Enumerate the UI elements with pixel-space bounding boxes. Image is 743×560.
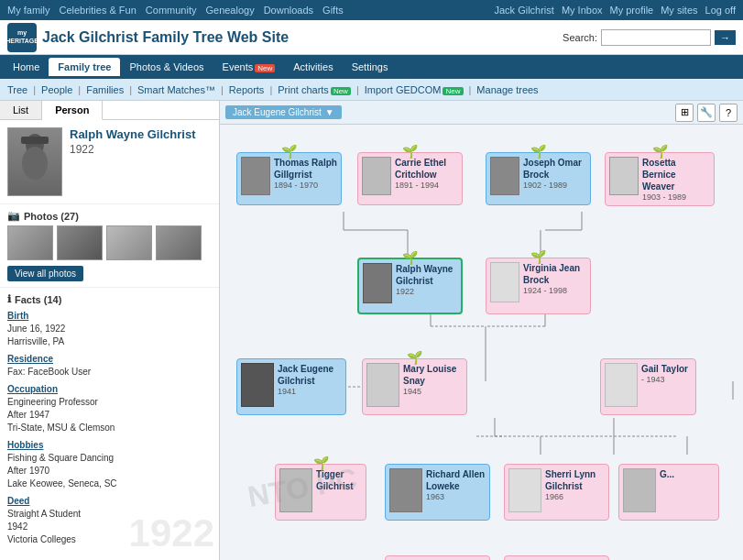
nav-inbox[interactable]: My Inbox [562,5,603,16]
card-rachel[interactable]: Rachel Erin Loweke 1996 [385,555,490,560]
tab-person[interactable]: Person [42,101,103,120]
name-jack: Jack Eugene Gilchrist [278,363,342,387]
photo-jack [241,363,274,407]
subnav-tree[interactable]: Tree [7,84,27,95]
person-main-photo [7,127,62,196]
tab-settings[interactable]: Settings [343,58,398,76]
info-richard: Richard Allen Loweke 1963 [426,468,486,501]
card-rosetta[interactable]: 🌱 Rosetta Bernice Weaver 1903 - 1989 [605,152,715,206]
content-area: List Person Ralph Wayne Gilchrist 1922 📷… [0,101,743,560]
photo-tigger [279,468,312,512]
card-tigger[interactable]: 🌱 Tigger Gilchrist [275,464,366,521]
info-gail: Gail Taylor - 1943 [641,363,688,384]
photo-thumb-1[interactable] [7,225,53,260]
fact-deed-label[interactable]: Deed [7,496,212,506]
subnav-printcharts[interactable]: Print chartsNew [278,84,351,95]
photo-ralph [363,263,392,303]
card-virginia[interactable]: 🌱 Virginia Jean Brock 1924 - 1998 [486,258,591,314]
tab-list[interactable]: List [0,101,42,119]
photos-section: 📷 Photos (27) View all photos [0,203,219,287]
card-jack[interactable]: Jack Eugene Gilchrist 1941 [236,358,346,415]
search-label: Search: [563,32,597,43]
subnav-reports[interactable]: Reports [229,84,265,95]
photo-virginia [490,262,519,302]
nav-genealogy[interactable]: Genealogy [205,5,254,16]
fact-occupation-label[interactable]: Occupation [7,384,212,394]
subnav-families[interactable]: Families [86,84,124,95]
breadcrumb-button[interactable]: Jack Eugene Gilchrist ▼ [225,105,342,119]
nav-gifts[interactable]: Gifts [322,5,344,16]
tab-home[interactable]: Home [4,58,49,76]
camera-icon: 📷 [7,210,20,222]
nav-celebrities[interactable]: Celebrities & Fun [59,5,136,16]
tab-familytree[interactable]: Family tree [49,58,120,76]
card-joseph[interactable]: 🌱 Joseph Omar Brock 1902 - 1989 [486,152,591,205]
subnav-importgedcom[interactable]: Import GEDCOMNew [365,84,464,95]
name-ralph: Ralph Wayne Gilchrist [396,263,457,287]
card-partial[interactable]: G... [618,464,719,521]
nav-downloads[interactable]: Downloads [264,5,313,16]
card-sherri[interactable]: Sherri Lynn Gilchrist 1966 [504,464,609,521]
fact-hobbies-label[interactable]: Hobbies [7,440,212,450]
nav-user[interactable]: Jack Gilchrist [494,5,553,16]
photo-thumb-4[interactable] [156,225,202,260]
years-gail: - 1943 [641,375,688,384]
card-sarah[interactable]: Sarah Jean Loweke [504,555,609,560]
name-carrie: Carrie Ethel Critchlow [395,157,458,181]
tab-photos[interactable]: Photos & Videos [120,58,213,76]
printcharts-badge: New [331,87,351,95]
card-mary[interactable]: 🌱 Mary Louise Snay 1945 [362,358,467,415]
years-virginia: 1924 - 1998 [523,286,586,295]
svg-rect-1 [21,137,49,144]
view-all-photos-button[interactable]: View all photos [7,266,83,281]
info-tigger: Tigger Gilchrist [316,468,362,492]
card-ralph[interactable]: 🌱 Ralph Wayne Gilchrist 1922 [357,258,463,314]
name-thomas: Thomas Ralph Gillgrrist [274,157,337,181]
info-joseph: Joseph Omar Brock 1902 - 1989 [523,157,586,190]
photo-rosetta [609,157,639,195]
nav-mysites[interactable]: My sites [661,5,697,16]
card-carrie[interactable]: 🌱 Carrie Ethel Critchlow 1891 - 1994 [357,152,463,205]
subnav-people[interactable]: People [41,84,72,95]
leaf-virginia: 🌱 [530,249,546,264]
person-birth-year: 1922 [70,143,196,156]
name-richard: Richard Allen Loweke [426,468,486,492]
settings-button[interactable]: 🔧 [697,104,716,122]
photo-thumb-2[interactable] [57,225,103,260]
card-thomas[interactable]: 🌱 Thomas Ralph Gillgrrist 1894 - 1970 [236,152,342,205]
subnav-smartmatches[interactable]: Smart Matches™ [137,84,215,95]
card-gail[interactable]: Gail Taylor - 1943 [600,358,696,415]
photo-partial [623,468,656,512]
tree-canvas: 🌱 Thomas Ralph Gillgrrist 1894 - 1970 🌱 … [220,125,743,560]
nav-profile[interactable]: My profile [610,5,654,16]
breadcrumb-label: Jack Eugene Gilchrist [233,107,322,117]
search-input[interactable] [601,29,711,46]
fact-residence-label[interactable]: Residence [7,354,212,364]
fact-birth-label[interactable]: Birth [7,311,212,321]
facts-header: ℹ Facts (14) [7,293,212,305]
name-tigger: Tigger Gilchrist [316,468,362,492]
facts-title: Facts (14) [15,294,61,305]
search-button[interactable]: → [715,30,736,45]
help-button[interactable]: ? [719,104,738,122]
card-richard[interactable]: Richard Allen Loweke 1963 [385,464,490,521]
grid-view-button[interactable]: ⊞ [675,104,694,122]
nav-community[interactable]: Community [146,5,197,16]
photo-thumb-3[interactable] [106,225,152,260]
importgedcom-badge: New [443,87,463,95]
tab-activities[interactable]: Activities [284,58,342,76]
fact-residence-detail: Fax: FaceBook User [7,366,212,379]
nav-logoff[interactable]: Log off [705,5,736,16]
years-thomas: 1894 - 1970 [274,181,337,190]
leaf-tigger: 🌱 [313,456,329,470]
svg-point-2 [22,147,48,180]
photo-joseph [490,157,519,195]
photos-header: 📷 Photos (27) [7,210,212,222]
tree-panel: Jack Eugene Gilchrist ▼ ⊞ 🔧 ? [220,101,743,560]
nav-myfamily[interactable]: My family [7,5,49,16]
info-jack: Jack Eugene Gilchrist 1941 [278,363,342,396]
sub-nav: Tree | People | Families | Smart Matches… [0,79,743,101]
subnav-managetrees[interactable]: Manage trees [476,84,538,95]
person-name: Ralph Wayne Gilchrist [70,127,196,143]
tab-events[interactable]: EventsNew [213,58,285,76]
